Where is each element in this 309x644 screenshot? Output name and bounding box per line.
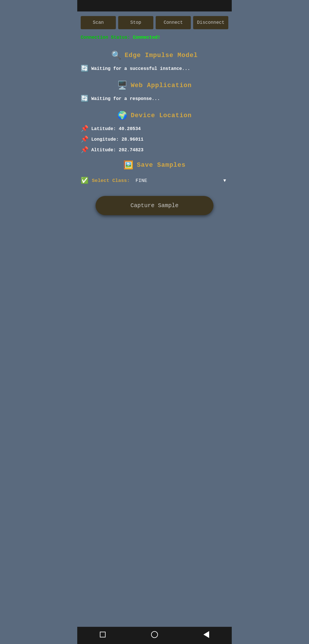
web-app-status-icon: 🔄 (81, 95, 88, 103)
latitude-label: Latitude: (91, 126, 116, 131)
latitude-icon: 📌 (81, 125, 88, 133)
edge-impulse-status-icon: 🔄 (81, 65, 88, 72)
longitude-icon: 📌 (81, 136, 88, 143)
edge-impulse-status: 🔄 Waiting for a successful instance... (81, 65, 228, 72)
chevron-down-icon: ▼ (223, 178, 226, 183)
scan-button[interactable]: Scan (81, 16, 116, 29)
connection-status: Connection Status: Connected! (81, 35, 228, 40)
web-app-title: Web Application (131, 82, 192, 89)
triangle-icon (203, 631, 209, 638)
altitude-value: 202.74823 (119, 148, 143, 153)
altitude-icon: 📌 (81, 146, 88, 154)
navigation-bar (77, 627, 232, 644)
main-content: Scan Stop Connect Disconnect Connection … (77, 11, 232, 627)
latitude-value: 40.20534 (119, 126, 141, 131)
save-samples-heading: 🖼️ Save Samples (81, 160, 228, 170)
connection-status-value: Connected! (133, 35, 160, 40)
action-button-row: Scan Stop Connect Disconnect (81, 16, 228, 29)
edge-impulse-title: Edge Impulse Model (125, 52, 198, 59)
select-class-icon: ✅ (81, 177, 88, 184)
nav-back-button[interactable] (203, 631, 209, 640)
status-bar (77, 0, 232, 11)
longitude-label: Longitude: (91, 137, 119, 142)
web-app-status-text: Waiting for a response... (91, 96, 160, 101)
capture-sample-button[interactable]: Capture Sample (96, 196, 214, 215)
device-location-heading: 🌍 Device Location (81, 111, 228, 120)
nav-square-button[interactable] (100, 632, 106, 639)
square-icon (100, 632, 106, 637)
device-location-title: Device Location (131, 112, 192, 119)
longitude-value: 28.96011 (122, 137, 144, 142)
edge-impulse-heading: 🔍 Edge Impulse Model (81, 50, 228, 60)
edge-impulse-status-text: Waiting for a successful instance... (91, 66, 190, 71)
connect-button[interactable]: Connect (156, 16, 191, 29)
select-class-row: ✅ Select Class: FINE ▼ (81, 177, 228, 184)
device-location-icon: 🌍 (117, 111, 127, 120)
stop-button[interactable]: Stop (118, 16, 153, 29)
web-app-status: 🔄 Waiting for a response... (81, 95, 228, 103)
altitude-label: Altitude: (91, 148, 116, 153)
edge-impulse-icon: 🔍 (111, 50, 121, 60)
disconnect-button[interactable]: Disconnect (193, 16, 228, 29)
select-class-control[interactable]: FINE ▼ (133, 177, 228, 184)
altitude-item: 📌 Altitude: 202.74823 (81, 146, 228, 154)
select-class-label: Select Class: (92, 178, 130, 183)
latitude-text: Latitude: 40.20534 (91, 126, 141, 131)
select-class-value: FINE (136, 178, 147, 183)
altitude-text: Altitude: 202.74823 (91, 148, 143, 153)
connection-status-label: Connection Status: (81, 35, 130, 40)
capture-button-wrapper: Capture Sample (81, 196, 228, 215)
nav-home-button[interactable] (151, 631, 158, 640)
longitude-item: 📌 Longitude: 28.96011 (81, 136, 228, 143)
save-samples-title: Save Samples (137, 162, 185, 169)
longitude-text: Longitude: 28.96011 (91, 137, 143, 142)
latitude-item: 📌 Latitude: 40.20534 (81, 125, 228, 133)
save-samples-icon: 🖼️ (123, 160, 133, 170)
circle-icon (151, 631, 158, 638)
web-app-heading: 🖥️ Web Application (81, 80, 228, 90)
web-app-icon: 🖥️ (117, 80, 127, 90)
